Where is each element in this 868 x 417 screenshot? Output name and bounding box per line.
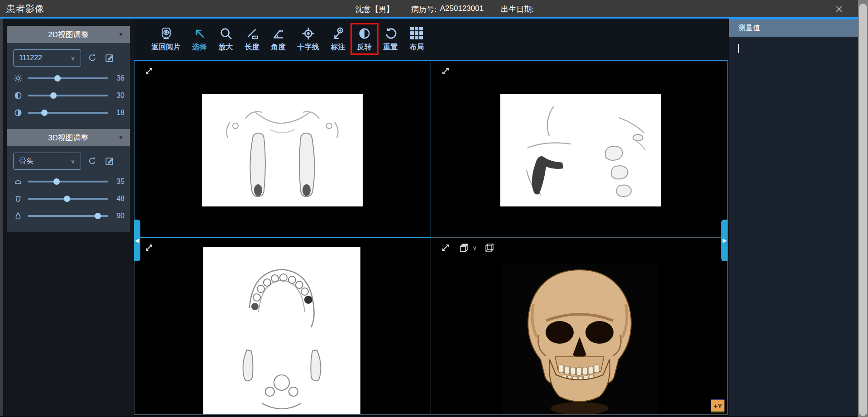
panel-2d-header[interactable]: 2D视图调整 ▼ (7, 26, 130, 43)
droplet-opacity-slider-thumb[interactable] (95, 213, 101, 219)
contrast-slider-thumb[interactable] (50, 92, 57, 99)
brightness-slider[interactable] (28, 77, 108, 79)
annotate-icon (331, 27, 345, 40)
collapse-left-panel-handle[interactable]: ◀ (134, 220, 140, 261)
viewport-axial[interactable] (134, 238, 431, 415)
tool-select[interactable]: 选择 (187, 27, 213, 52)
dome-threshold-slider[interactable] (28, 181, 108, 182)
reset-3d-preset-button[interactable] (86, 155, 98, 167)
text-cursor (738, 44, 739, 53)
edit-3d-preset-button[interactable] (104, 155, 115, 167)
cursor-arrow-icon (193, 27, 206, 40)
tool-label: 标注 (331, 43, 345, 52)
patient-record: 病历号: A250123001 (411, 4, 484, 14)
angle-icon (272, 27, 285, 40)
tool-length[interactable]: 长度 (239, 27, 265, 52)
scrollbar-thumb[interactable] (859, 4, 867, 416)
measurement-panel: 测量值 (729, 19, 858, 416)
bucket-threshold-slider-row: 48 (13, 193, 125, 204)
layout-grid-icon (410, 27, 424, 40)
gamma-slider-thumb[interactable] (41, 110, 48, 116)
collapse-right-panel-handle[interactable]: ▶ (721, 220, 728, 261)
expand-icon[interactable] (440, 66, 451, 77)
brightness-value: 36 (113, 74, 125, 82)
viewer-area: 返回阅片 选择 放大 (134, 19, 728, 416)
panel-3d-header[interactable]: 3D视图调整 ▼ (7, 129, 130, 146)
bucket-threshold-slider[interactable] (28, 198, 108, 200)
viewport-3d[interactable]: ∨ (431, 238, 728, 415)
preset-2d-dropdown[interactable]: 111222 ∨ (13, 49, 81, 67)
axial-ct-image (203, 247, 360, 415)
patient-name-gender: 沈意【男】 (355, 4, 394, 14)
gamma-value: 18 (113, 109, 125, 117)
droplet-opacity-value: 90 (113, 212, 125, 220)
bucket-threshold-value: 48 (113, 195, 125, 203)
tool-ribbon: 返回阅片 选择 放大 (134, 19, 728, 61)
orientation-cube-icon[interactable] (458, 242, 469, 253)
viewport-coronal[interactable] (134, 61, 431, 238)
chevron-down-icon: ∨ (71, 54, 75, 62)
contrast-icon (13, 91, 23, 101)
dome-threshold-slider-thumb[interactable] (53, 178, 60, 185)
expand-icon[interactable] (440, 242, 451, 253)
film-viewer-icon (159, 27, 173, 40)
contrast-slider-row: 30 (13, 90, 125, 101)
measurement-panel-title: 测量值 (738, 24, 760, 33)
dome-threshold-value: 35 (113, 177, 125, 186)
bucket-icon (13, 194, 23, 204)
page-title: 患者影像 (6, 3, 44, 15)
collapse-caret-icon[interactable]: ▼ (118, 134, 124, 141)
dome-icon (13, 177, 23, 187)
expand-icon[interactable] (144, 242, 154, 253)
tool-label: 十字线 (297, 43, 319, 52)
tool-angle[interactable]: 角度 (265, 27, 292, 52)
bucket-threshold-slider-thumb[interactable] (64, 196, 70, 202)
coronal-ct-image (202, 94, 363, 206)
collapse-caret-icon[interactable]: ▼ (118, 31, 124, 38)
tool-layout[interactable]: 布局 (404, 26, 430, 52)
triangle-left-icon: ◀ (135, 237, 139, 244)
chevron-down-icon[interactable]: ∨ (473, 244, 477, 251)
panel-2d-body: 111222 ∨ (7, 43, 130, 129)
brightness-slider-thumb[interactable] (54, 75, 61, 81)
titlebar: 患者影像 沈意【男】 病历号: A250123001 出生日期: ✕ (0, 0, 858, 19)
patient-imaging-window: 患者影像 沈意【男】 病历号: A250123001 出生日期: ✕ 2D视图调… (0, 0, 868, 417)
tool-invert[interactable]: 反转 (351, 27, 378, 52)
preset-3d-value: 骨头 (19, 157, 34, 166)
crosshair-icon (302, 27, 315, 40)
clip-box-icon[interactable] (484, 242, 495, 253)
window-scrollbar[interactable] (858, 0, 868, 417)
droplet-opacity-slider[interactable] (28, 215, 108, 217)
orientation-axis-badge[interactable]: +Y (711, 399, 724, 412)
close-icon[interactable]: ✕ (833, 3, 845, 16)
panel-2d-title: 2D视图调整 (48, 29, 89, 40)
gamma-slider[interactable] (28, 112, 108, 114)
contrast-slider[interactable] (28, 95, 108, 96)
tool-annotate[interactable]: 标注 (325, 27, 351, 52)
measurement-list[interactable] (729, 37, 858, 416)
edit-icon (105, 53, 115, 63)
patient-birth: 出生日期: (501, 4, 537, 14)
tool-label: 放大 (219, 43, 233, 52)
reset-2d-preset-button[interactable] (86, 52, 98, 64)
droplet-icon (13, 211, 23, 221)
refresh-icon (87, 156, 97, 166)
record-number-label: 病历号: (411, 4, 436, 14)
tool-reset[interactable]: 重置 (378, 27, 404, 52)
edit-2d-preset-button[interactable] (104, 52, 115, 64)
tool-label: 选择 (192, 43, 207, 52)
panel-3d-body: 骨头 ∨ (7, 146, 130, 232)
expand-icon[interactable] (144, 66, 154, 77)
viewport-grid: ∨ (134, 61, 728, 415)
refresh-icon (87, 53, 97, 63)
viewport-sagittal[interactable] (431, 61, 728, 238)
triangle-right-icon: ▶ (723, 237, 727, 244)
tool-label: 布局 (410, 43, 424, 52)
tool-back-to-reading[interactable]: 返回阅片 (146, 27, 187, 52)
droplet-opacity-slider-row: 90 (13, 211, 125, 221)
preset-3d-dropdown[interactable]: 骨头 ∨ (13, 153, 81, 170)
tool-zoom[interactable]: 放大 (213, 27, 239, 52)
tool-crosshair[interactable]: 十字线 (292, 27, 325, 52)
gamma-slider-row: 18 (13, 107, 125, 118)
length-ruler-icon (245, 27, 259, 40)
